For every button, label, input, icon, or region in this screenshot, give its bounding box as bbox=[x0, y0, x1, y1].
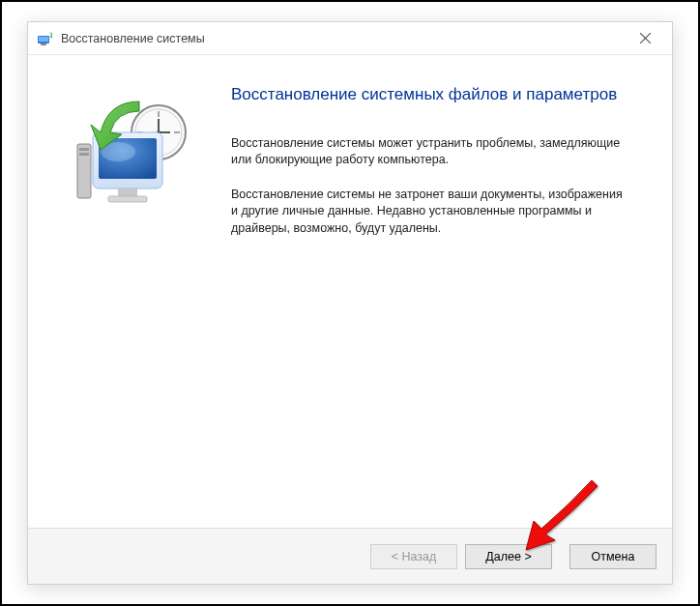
svg-rect-16 bbox=[79, 153, 89, 156]
window-title: Восстановление системы bbox=[61, 32, 626, 45]
close-button[interactable] bbox=[626, 23, 664, 54]
system-restore-dialog: Восстановление системы bbox=[27, 21, 673, 585]
svg-rect-15 bbox=[79, 148, 89, 151]
svg-rect-20 bbox=[118, 188, 137, 196]
right-pane: Восстановление системных файлов и параме… bbox=[221, 84, 653, 518]
cancel-button[interactable]: Отмена bbox=[569, 544, 656, 569]
svg-rect-21 bbox=[108, 196, 147, 202]
system-restore-icon bbox=[72, 94, 197, 219]
button-bar: < Назад Далее > Отмена bbox=[28, 528, 672, 584]
next-button[interactable]: Далее > bbox=[465, 544, 552, 569]
svg-rect-1 bbox=[39, 37, 48, 42]
svg-rect-14 bbox=[77, 144, 91, 198]
content-area: Восстановление системных файлов и параме… bbox=[28, 55, 672, 528]
description-paragraph-2: Восстановление системы не затронет ваши … bbox=[231, 187, 624, 238]
app-icon bbox=[36, 30, 53, 47]
main-heading: Восстановление системных файлов и параме… bbox=[231, 84, 624, 106]
description-paragraph-1: Восстановление системы может устранить п… bbox=[231, 135, 624, 169]
titlebar: Восстановление системы bbox=[28, 22, 672, 55]
back-button[interactable]: < Назад bbox=[370, 544, 457, 569]
left-pane bbox=[47, 84, 221, 518]
svg-rect-2 bbox=[41, 43, 46, 45]
